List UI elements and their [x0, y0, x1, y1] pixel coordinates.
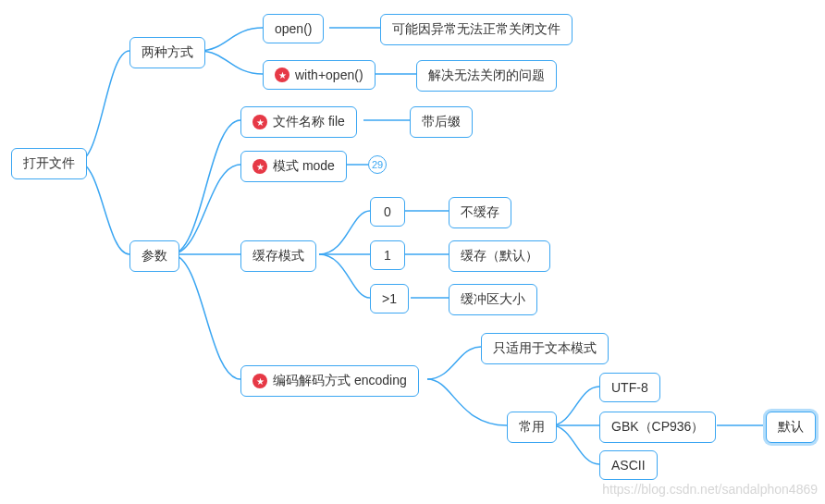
node-label: 缓存模式: [252, 248, 304, 264]
node-label: ASCII: [611, 458, 646, 473]
star-icon: ★: [252, 115, 267, 129]
watermark: https://blog.csdn.net/sandalphon4869: [602, 482, 818, 497]
node-label: 参数: [142, 248, 167, 264]
badge-value: 29: [372, 159, 383, 170]
node-encoding-common[interactable]: 常用: [507, 412, 557, 443]
node-label: 带后缀: [422, 114, 461, 130]
node-label: GBK（CP936）: [611, 419, 704, 436]
node-file-note[interactable]: 带后缀: [410, 106, 473, 138]
node-gbk[interactable]: GBK（CP936）: [599, 412, 716, 443]
node-buffer[interactable]: 缓存模式: [240, 240, 316, 272]
node-label: 只适用于文本模式: [493, 340, 597, 357]
child-count-badge[interactable]: 29: [368, 155, 387, 174]
node-label: 两种方式: [142, 44, 193, 61]
node-label: 文件名称 file: [273, 114, 345, 130]
node-default[interactable]: 默认: [766, 412, 816, 443]
node-label: 解决无法关闭的问题: [428, 68, 545, 84]
node-encoding-note1[interactable]: 只适用于文本模式: [481, 333, 609, 364]
node-label: UTF-8: [611, 380, 648, 395]
node-label: 缓冲区大小: [461, 291, 525, 308]
node-label: 默认: [778, 419, 804, 436]
node-label: 0: [384, 204, 391, 219]
node-label: 模式 mode: [273, 158, 335, 175]
node-buffer-gt1[interactable]: >1: [370, 284, 409, 313]
node-label: 可能因异常无法正常关闭文件: [392, 21, 560, 38]
star-icon: ★: [252, 374, 267, 388]
node-buffer-1[interactable]: 1: [370, 240, 405, 270]
node-utf8[interactable]: UTF-8: [599, 373, 660, 402]
node-label: with+open(): [295, 68, 363, 82]
node-label: open(): [275, 21, 312, 36]
node-open[interactable]: open(): [263, 14, 324, 43]
node-root[interactable]: 打开文件: [11, 148, 87, 179]
node-open-note[interactable]: 可能因异常无法正常关闭文件: [380, 14, 573, 45]
node-label: 不缓存: [461, 204, 499, 221]
node-label: 打开文件: [23, 155, 75, 172]
node-methods[interactable]: 两种方式: [129, 37, 205, 68]
node-ascii[interactable]: ASCII: [599, 450, 658, 480]
node-label: 常用: [519, 419, 545, 436]
watermark-text: https://blog.csdn.net/sandalphon4869: [602, 482, 818, 497]
node-buffer-gt1-desc[interactable]: 缓冲区大小: [449, 284, 537, 315]
node-params[interactable]: 参数: [129, 240, 179, 272]
node-withopen[interactable]: ★ with+open(): [263, 60, 376, 90]
node-buffer-1-desc[interactable]: 缓存（默认）: [449, 240, 550, 272]
node-mode[interactable]: ★ 模式 mode: [240, 151, 347, 182]
node-label: >1: [382, 291, 397, 306]
node-file[interactable]: ★ 文件名称 file: [240, 106, 357, 138]
node-buffer-0[interactable]: 0: [370, 197, 405, 227]
node-label: 1: [384, 248, 391, 263]
node-label: 编码解码方式 encoding: [273, 373, 407, 389]
node-withopen-note[interactable]: 解决无法关闭的问题: [416, 60, 557, 92]
star-icon: ★: [252, 159, 267, 174]
node-label: 缓存（默认）: [461, 248, 538, 264]
star-icon: ★: [275, 68, 289, 82]
node-encoding[interactable]: ★ 编码解码方式 encoding: [240, 365, 419, 397]
node-buffer-0-desc[interactable]: 不缓存: [449, 197, 511, 228]
